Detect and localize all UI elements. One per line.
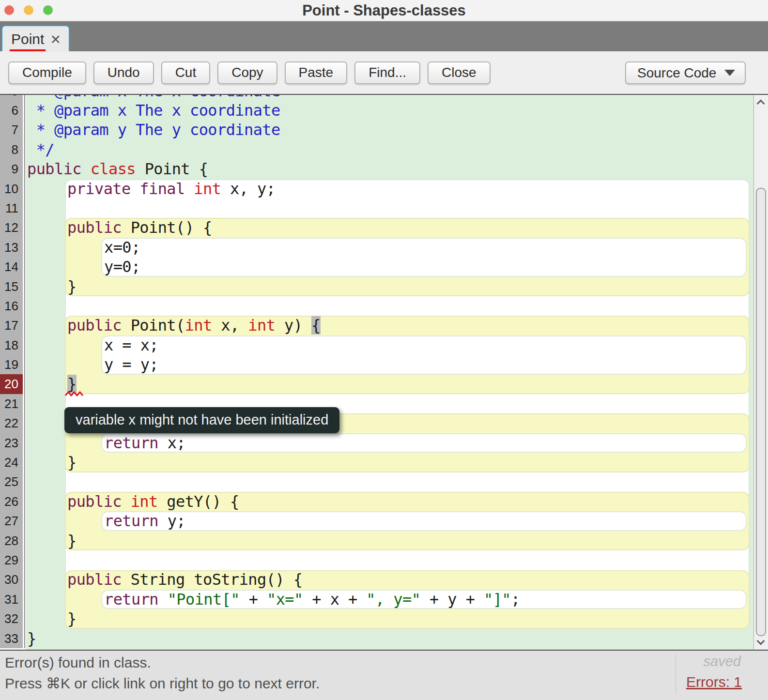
errors-link[interactable]: Errors: 1 — [686, 674, 742, 690]
gutter-separator — [23, 453, 26, 472]
line-number: 5 — [0, 95, 23, 101]
code-text[interactable]: public class Point { — [26, 159, 768, 179]
gutter-separator — [23, 335, 26, 355]
code-text[interactable]: x = x; — [26, 335, 768, 355]
code-line-32: 32} — [0, 609, 768, 628]
code-text[interactable]: } — [26, 277, 768, 296]
gutter-separator — [23, 531, 26, 550]
code-text[interactable]: } — [26, 531, 768, 550]
code-text[interactable] — [26, 198, 768, 218]
tab-point[interactable]: Point ✕ — [1, 25, 70, 52]
line-number: 7 — [0, 120, 23, 139]
scrollbar-thumb[interactable] — [756, 188, 766, 636]
paste-button[interactable]: Paste — [285, 61, 348, 84]
gutter-separator — [23, 629, 26, 648]
code-text[interactable]: public String toString() { — [26, 570, 768, 589]
code-text[interactable]: * @param x The x coordinate — [26, 101, 768, 120]
code-line-5: 5 * @param x The x coordinate — [0, 95, 768, 101]
line-number: 24 — [0, 453, 23, 472]
code-text[interactable]: x=0; — [26, 238, 768, 257]
line-number: 22 — [0, 413, 23, 433]
code-line-15: 15} — [0, 277, 768, 296]
toolbar: CompileUndoCutCopyPasteFind...Close Sour… — [0, 51, 768, 95]
code-text[interactable]: public int getY() { — [26, 492, 768, 511]
line-number: 30 — [0, 570, 23, 589]
code-line-18: 18x = x; — [0, 335, 768, 355]
line-number: 10 — [0, 179, 23, 198]
status-bar: Error(s) found in class. Press ⌘K or cli… — [0, 650, 768, 700]
undo-button[interactable]: Undo — [93, 61, 154, 84]
gutter-separator — [23, 140, 26, 159]
code-text[interactable]: return x; — [26, 433, 768, 453]
code-text[interactable]: * @param y The y coordinate — [26, 120, 768, 139]
code-text[interactable]: } — [26, 629, 768, 648]
code-text[interactable]: } — [26, 374, 768, 394]
status-message: Error(s) found in class. — [5, 654, 151, 671]
editor-viewport[interactable]: 5 * @param x The x coordinate6 * @param … — [0, 95, 768, 650]
code-line-28: 28} — [0, 531, 768, 550]
code-text[interactable]: } — [26, 453, 768, 472]
save-state-label: saved — [704, 654, 741, 670]
code-line-26: 26public int getY() { — [0, 492, 768, 511]
view-selector-dropdown[interactable]: Source Code — [625, 61, 746, 84]
code-text[interactable] — [26, 472, 768, 491]
gutter-separator — [23, 374, 26, 394]
code-text[interactable]: public Point(int x, int y) { — [26, 316, 768, 335]
gutter-separator — [23, 120, 26, 139]
gutter-separator — [23, 179, 26, 198]
error-squiggle-icon — [65, 391, 83, 397]
code-text[interactable]: */ — [26, 140, 768, 159]
error-tooltip: variable x might not have been initializ… — [64, 407, 339, 433]
code-text[interactable]: return "Point[" + "x=" + x + ", y=" + y … — [26, 590, 768, 609]
code-text[interactable] — [26, 296, 768, 316]
gutter-separator — [23, 570, 26, 589]
gutter-separator — [23, 609, 26, 628]
line-number: 32 — [0, 609, 23, 628]
gutter-separator — [23, 550, 26, 570]
status-divider — [676, 654, 676, 694]
code-line-20: 20} — [0, 374, 768, 394]
line-number: 33 — [0, 629, 23, 648]
gutter-separator — [23, 101, 26, 120]
line-number: 13 — [0, 238, 23, 257]
find-button[interactable]: Find... — [354, 61, 420, 84]
code-text[interactable] — [26, 550, 768, 570]
line-number: 27 — [0, 511, 23, 531]
line-number: 15 — [0, 277, 23, 296]
line-number: 21 — [0, 394, 23, 413]
code-text[interactable]: y = y; — [26, 355, 768, 374]
gutter-separator — [23, 590, 26, 609]
scroll-down-icon[interactable] — [757, 637, 765, 645]
code-line-19: 19y = y; — [0, 355, 768, 374]
line-number: 14 — [0, 257, 23, 276]
line-number: 26 — [0, 492, 23, 511]
code-line-7: 7 * @param y The y coordinate — [0, 120, 768, 139]
code-text[interactable]: public Point() { — [26, 218, 768, 237]
copy-button[interactable]: Copy — [217, 61, 277, 84]
gutter-separator — [23, 257, 26, 276]
code-line-13: 13x=0; — [0, 238, 768, 257]
close-button[interactable]: Close — [428, 61, 491, 84]
code-line-23: 23return x; — [0, 433, 768, 453]
code-text[interactable]: return y; — [26, 511, 768, 531]
toolbar-buttons: CompileUndoCutCopyPasteFind...Close — [8, 61, 491, 84]
code-text[interactable]: y=0; — [26, 257, 768, 276]
tab-label: Point — [11, 31, 44, 47]
code-lines: 5 * @param x The x coordinate6 * @param … — [0, 95, 768, 648]
line-number: 8 — [0, 140, 23, 159]
gutter-separator — [23, 159, 26, 179]
gutter-separator — [23, 316, 26, 335]
line-number: 18 — [0, 335, 23, 355]
code-text[interactable]: } — [26, 609, 768, 628]
compile-button[interactable]: Compile — [8, 61, 86, 84]
code-text[interactable]: * @param x The x coordinate — [26, 95, 768, 101]
cut-button[interactable]: Cut — [161, 61, 211, 84]
code-line-31: 31return "Point[" + "x=" + x + ", y=" + … — [0, 590, 768, 609]
scroll-up-icon[interactable] — [757, 100, 765, 108]
title-bar: Point - Shapes-classes — [0, 0, 768, 21]
gutter-separator — [23, 394, 26, 413]
close-tab-icon[interactable]: ✕ — [50, 32, 61, 47]
view-selector-label: Source Code — [637, 65, 716, 81]
vertical-scrollbar[interactable] — [753, 95, 768, 650]
code-text[interactable]: private final int x, y; — [26, 179, 768, 198]
